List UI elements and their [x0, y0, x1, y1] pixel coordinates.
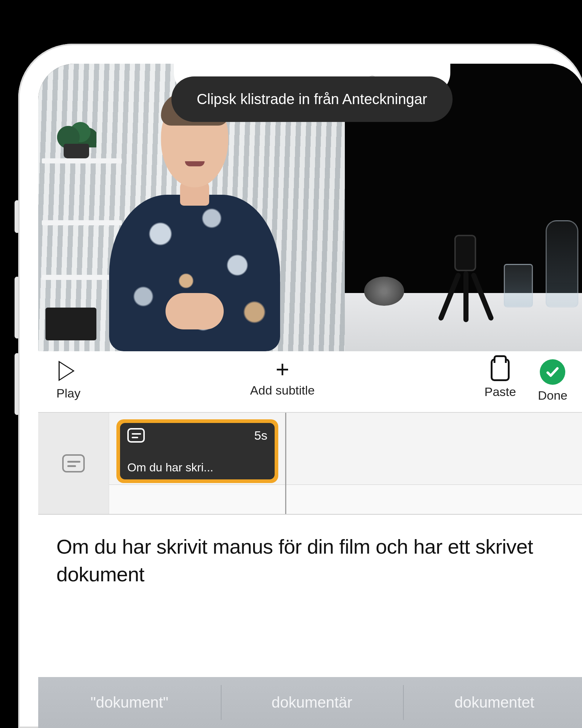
prop-glass	[504, 264, 533, 308]
subtitle-icon	[62, 454, 85, 472]
video-presenter	[107, 104, 282, 351]
done-label: Done	[538, 388, 567, 403]
play-button[interactable]: Play	[56, 359, 80, 400]
toolbar: Play + Add subtitle Paste Done	[38, 351, 582, 413]
phone-frame: Clipsk klistrade in från Anteckningar Pl…	[18, 44, 582, 728]
subtitle-track[interactable]: 5s Om du har skri...	[109, 413, 582, 514]
done-button[interactable]: Done	[538, 359, 567, 403]
prop-tripod	[436, 235, 494, 308]
subtitle-timeline[interactable]: 5s Om du har skri...	[38, 413, 582, 515]
video-preview[interactable]: Clipsk klistrade in från Anteckningar	[38, 64, 582, 351]
keyboard-suggestion-bar: "dokument" dokumentär dokumentet	[38, 677, 582, 728]
prop-bottle	[546, 220, 578, 308]
subtitle-text: Om du har skrivit manus för din film och…	[56, 535, 533, 586]
keyboard-suggestion[interactable]: dokumentär	[221, 677, 403, 728]
paste-button[interactable]: Paste	[485, 359, 516, 399]
keyboard-suggestion[interactable]: "dokument"	[38, 677, 221, 728]
keyboard-suggestion[interactable]: dokumentet	[403, 677, 582, 728]
paste-toast: Clipsk klistrade in från Anteckningar	[171, 76, 453, 122]
clip-preview-text: Om du har skri...	[127, 461, 267, 474]
subtitle-icon	[127, 428, 145, 443]
plus-icon: +	[276, 359, 289, 380]
subtitle-clip[interactable]: 5s Om du har skri...	[116, 419, 278, 483]
subtitle-track-gutter	[38, 413, 109, 514]
prop-microphone	[364, 277, 404, 306]
clip-duration: 5s	[254, 428, 267, 443]
add-subtitle-button[interactable]: + Add subtitle	[250, 359, 315, 397]
clipboard-icon	[491, 359, 510, 381]
checkmark-icon	[540, 359, 565, 385]
app-screen: Clipsk klistrade in från Anteckningar Pl…	[38, 64, 582, 728]
subtitle-text-input[interactable]: Om du har skrivit manus för din film och…	[38, 515, 582, 677]
play-label: Play	[56, 386, 80, 400]
add-subtitle-label: Add subtitle	[250, 383, 315, 397]
play-icon	[59, 361, 75, 381]
toast-text: Clipsk klistrade in från Anteckningar	[197, 91, 427, 107]
paste-label: Paste	[485, 385, 516, 399]
playhead[interactable]	[285, 413, 286, 514]
